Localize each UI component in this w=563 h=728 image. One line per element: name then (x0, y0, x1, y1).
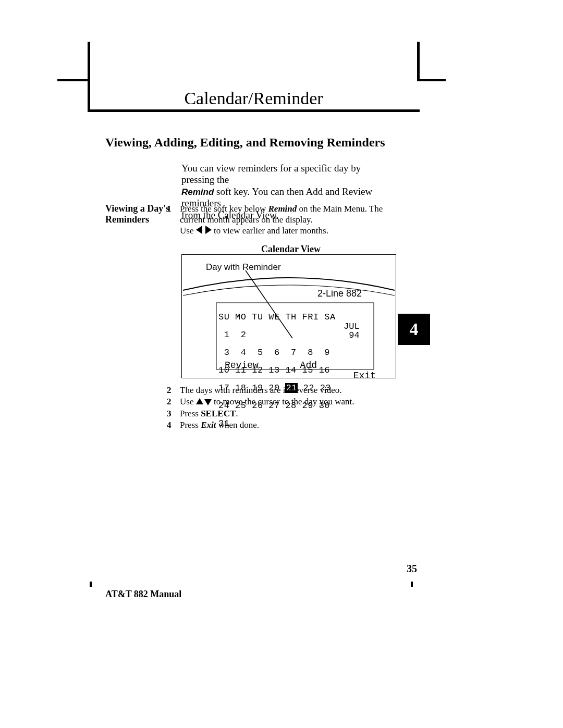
svg-marker-4 (196, 398, 203, 404)
step-number: 2 (167, 396, 172, 407)
lcd-row: 3 4 5 6 7 8 9 (218, 348, 372, 357)
lcd-softkeys: Review Add Exit (225, 360, 376, 381)
softkey-review: Review (225, 360, 277, 371)
step-number: 3 (167, 408, 172, 419)
step-2b: 2 Use to move the cursor to the day you … (180, 396, 399, 408)
crop-mark (417, 42, 420, 81)
left-right-arrows-icon (196, 226, 212, 237)
select-key: SELECT (201, 409, 236, 418)
svg-marker-1 (205, 226, 212, 234)
step-4: 4 Press Exit when done. (180, 419, 399, 430)
use-arrows-line: Use to view earlier and later months. (180, 225, 399, 237)
intro-line1: You can view reminders for a specific da… (181, 163, 361, 185)
remind-softkey-name: Remind (181, 187, 214, 197)
step-number: 4 (167, 419, 172, 430)
up-down-arrows-icon (196, 397, 212, 408)
step-number: 2 (167, 385, 172, 396)
page-number: 35 (407, 563, 417, 575)
calendar-view-diagram: Day with Reminder 2-Line 882 SU MO TU WE… (181, 254, 396, 378)
crop-mark (420, 79, 446, 81)
exit-softkey-ref: Exit (201, 420, 216, 430)
section-title: Viewing, Adding, Editing, and Removing R… (105, 135, 385, 150)
footer-manual-title: AT&T 882 Manual (105, 589, 181, 600)
lcd-month-year: JUL 94 (344, 313, 360, 340)
chapter-tab: 4 (398, 314, 430, 345)
step-3: 3 Press SELECT. (180, 408, 399, 419)
remind-ref: Remind (268, 204, 297, 214)
callout-label: Day with Reminder (206, 262, 281, 273)
manual-page: { "header": { "title": "Calendar/Reminde… (0, 0, 563, 728)
crop-tick (411, 582, 413, 587)
header-rule (88, 109, 420, 112)
svg-marker-0 (196, 226, 202, 234)
calendar-view-label: Calendar View (181, 244, 400, 255)
crop-mark (57, 79, 88, 81)
step-2a: 2 The days with reminders are in reverse… (180, 385, 399, 396)
softkey-add: Add (283, 360, 335, 371)
device-model-label: 2-Line 882 (317, 288, 362, 299)
step-1: 1 Press the soft key below Remind on the… (180, 203, 399, 226)
crop-tick (90, 582, 92, 587)
svg-marker-5 (204, 399, 212, 405)
softkey-exit: Exit (334, 371, 376, 381)
step-number: 1 (167, 203, 172, 214)
page-header-title: Calendar/Reminder (88, 89, 420, 108)
